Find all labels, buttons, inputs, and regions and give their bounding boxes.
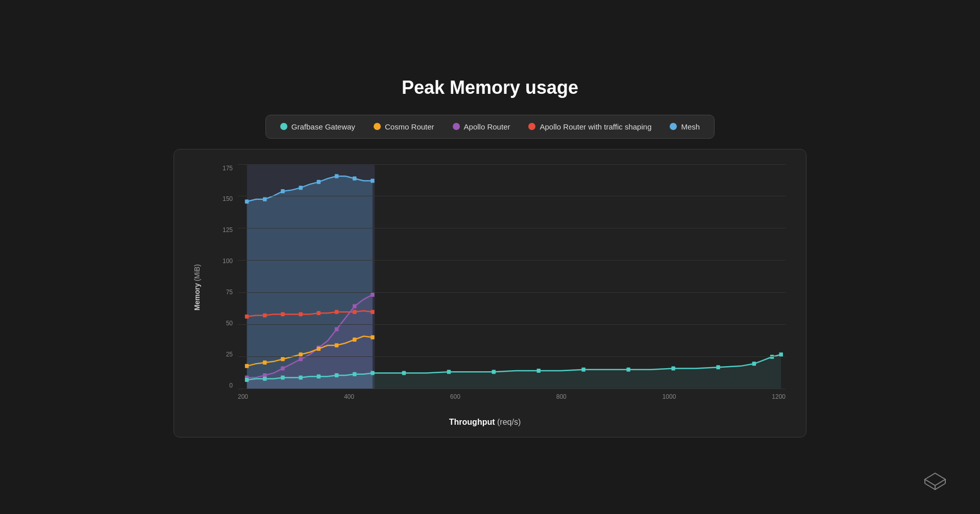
- svg-rect-24: [353, 304, 356, 308]
- svg-rect-28: [281, 357, 284, 361]
- grid-line: [238, 164, 786, 165]
- svg-rect-34: [245, 377, 249, 381]
- x-axis-label: Throughput (req/s): [184, 418, 786, 427]
- svg-rect-7: [335, 174, 338, 178]
- svg-rect-48: [671, 366, 675, 370]
- svg-rect-35: [263, 376, 266, 380]
- x-axis-ticks: 20040060080010001200: [238, 389, 786, 409]
- y-tick: 100: [215, 258, 233, 265]
- legend-item-cosmo: Cosmo Router: [374, 122, 434, 131]
- svg-rect-45: [537, 368, 541, 372]
- svg-rect-46: [581, 367, 585, 371]
- x-tick: 200: [238, 393, 248, 400]
- svg-rect-49: [716, 365, 720, 369]
- grid-line: [238, 260, 786, 261]
- svg-rect-50: [752, 362, 756, 366]
- grid-line: [238, 196, 786, 196]
- x-tick: 1200: [772, 393, 786, 400]
- svg-rect-52: [779, 352, 782, 356]
- y-axis-label: Memory (MiB): [184, 165, 210, 409]
- grid-line: [238, 228, 786, 228]
- svg-rect-8: [353, 176, 356, 181]
- chart-plot: 0255075100125150175 20040060080010001200: [215, 165, 786, 409]
- svg-rect-11: [263, 313, 266, 317]
- svg-rect-6: [317, 179, 321, 184]
- svg-rect-26: [245, 364, 249, 368]
- chart-wrapper: Peak Memory usage Grafbase GatewayCosmo …: [163, 77, 817, 438]
- svg-rect-9: [371, 178, 374, 183]
- svg-rect-29: [299, 352, 302, 356]
- svg-rect-41: [371, 371, 374, 375]
- legend: Grafbase GatewayCosmo RouterApollo Route…: [265, 115, 715, 139]
- legend-item-apollo-traffic: Apollo Router with traffic shaping: [528, 122, 651, 131]
- chart-title: Peak Memory usage: [402, 77, 578, 98]
- svg-rect-25: [371, 292, 374, 296]
- svg-rect-20: [281, 366, 284, 370]
- y-tick: 25: [215, 351, 233, 358]
- svg-rect-10: [245, 314, 249, 318]
- y-tick: 125: [215, 226, 233, 234]
- svg-rect-3: [263, 197, 266, 201]
- chart-area: Memory (MiB) 0255075100125150175 2004006…: [174, 149, 806, 438]
- legend-dot-apollo: [453, 123, 460, 130]
- svg-rect-14: [317, 311, 321, 315]
- svg-rect-47: [626, 367, 630, 371]
- svg-rect-21: [299, 357, 302, 361]
- svg-rect-16: [353, 310, 356, 314]
- y-tick: 75: [215, 289, 233, 296]
- legend-dot-mesh: [670, 123, 677, 130]
- svg-rect-36: [281, 375, 284, 379]
- svg-rect-32: [353, 337, 356, 341]
- legend-item-mesh: Mesh: [670, 122, 700, 131]
- legend-item-apollo: Apollo Router: [453, 122, 510, 131]
- x-tick: 600: [450, 393, 460, 400]
- svg-rect-40: [353, 372, 356, 376]
- y-tick: 150: [215, 195, 233, 202]
- svg-rect-15: [335, 310, 338, 314]
- svg-rect-43: [447, 370, 451, 374]
- y-tick: 0: [215, 382, 233, 389]
- svg-rect-33: [371, 335, 374, 339]
- svg-rect-30: [317, 347, 321, 351]
- svg-rect-5: [299, 186, 302, 190]
- legend-item-grafbase: Grafbase Gateway: [280, 122, 355, 131]
- x-tick: 1000: [663, 393, 676, 400]
- svg-rect-2: [245, 199, 249, 203]
- svg-rect-12: [281, 312, 284, 316]
- svg-rect-42: [402, 371, 406, 375]
- grid-lines: [238, 165, 786, 389]
- legend-dot-cosmo: [374, 123, 381, 130]
- svg-rect-4: [281, 189, 284, 193]
- svg-rect-44: [492, 370, 496, 374]
- svg-rect-13: [299, 312, 302, 316]
- grid-line: [238, 324, 786, 325]
- y-tick: 175: [215, 165, 233, 172]
- svg-rect-38: [317, 374, 321, 378]
- legend-dot-grafbase: [280, 123, 287, 130]
- grid-line: [238, 292, 786, 293]
- logo: [921, 468, 949, 499]
- svg-rect-39: [335, 373, 338, 377]
- y-tick: 50: [215, 320, 233, 327]
- x-tick: 400: [344, 393, 354, 400]
- svg-rect-31: [335, 343, 338, 347]
- grid-line: [238, 356, 786, 357]
- legend-dot-apollo-traffic: [528, 123, 535, 130]
- x-tick: 800: [556, 393, 567, 400]
- y-axis-ticks: 0255075100125150175: [215, 165, 235, 389]
- svg-rect-17: [371, 310, 374, 314]
- svg-rect-27: [263, 361, 266, 365]
- svg-rect-37: [299, 375, 302, 379]
- svg-rect-23: [335, 327, 338, 331]
